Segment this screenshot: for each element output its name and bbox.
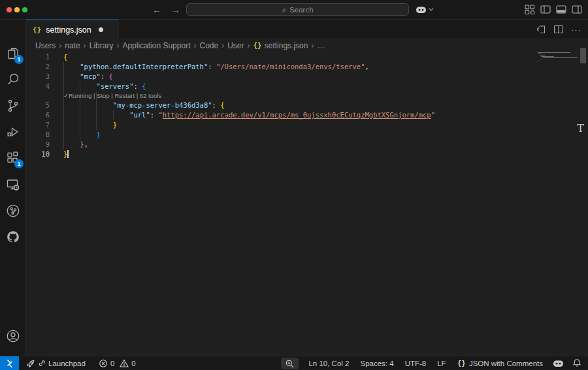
- breadcrumb-item[interactable]: Library: [90, 41, 114, 50]
- codelens-link[interactable]: Stop: [97, 92, 110, 99]
- code-editor[interactable]: 1{2 "python.defaultInterpreterPath": "/U…: [26, 51, 588, 356]
- tab-settings-json[interactable]: {} settings.json: [26, 20, 119, 39]
- minimap-line: [541, 56, 553, 57]
- line-number[interactable]: 7: [26, 120, 50, 130]
- line-number[interactable]: [26, 91, 50, 100]
- breadcrumb-item[interactable]: User: [227, 41, 244, 50]
- code-line-content: "servers": {: [50, 82, 146, 91]
- line-number[interactable]: 8: [26, 130, 50, 140]
- code-line[interactable]: 4 "servers": {: [26, 82, 588, 91]
- zoom-status-item[interactable]: [281, 358, 299, 369]
- codelens-row[interactable]: ✓Running | Stop | Restart | 62 tools: [26, 91, 588, 100]
- modified-indicator[interactable]: [99, 27, 103, 32]
- extensions-icon[interactable]: 1: [5, 150, 21, 166]
- source-control-icon[interactable]: [5, 98, 21, 114]
- status-bar: Launchpad 0 0 Ln 10, Col 2 Spaces: 4: [0, 356, 588, 370]
- code-token: [63, 111, 129, 119]
- breadcrumb-item[interactable]: Application Support: [122, 41, 190, 50]
- remote-icon: [5, 358, 15, 369]
- git-graph-icon[interactable]: [5, 203, 21, 219]
- indentation-status[interactable]: Spaces: 4: [359, 360, 395, 367]
- code-line[interactable]: 3 "mcp": {: [26, 72, 588, 82]
- language-mode-status[interactable]: {} JSON with Comments: [456, 359, 544, 367]
- warning-count: 0: [131, 360, 135, 367]
- scrollbar-slider[interactable]: [580, 48, 586, 63]
- minimap-line: [540, 60, 540, 61]
- eol-status[interactable]: LF: [436, 360, 447, 367]
- close-window-button[interactable]: [7, 7, 12, 12]
- code-token: {: [142, 82, 146, 90]
- code-line[interactable]: 9 },: [26, 140, 588, 149]
- command-center-search[interactable]: ⌕ Search: [186, 3, 409, 16]
- tab-label: settings.json: [46, 25, 91, 35]
- codelens-link[interactable]: 62 tools: [140, 92, 161, 99]
- code-token: :: [212, 101, 221, 109]
- explorer-icon[interactable]: 1: [5, 46, 21, 61]
- code-token: [63, 82, 97, 90]
- code-line[interactable]: 8 }: [26, 130, 588, 140]
- code-token: }: [113, 121, 117, 129]
- code-line-content: "python.defaultInterpreterPath": "/Users…: [50, 62, 369, 72]
- code-line-content: },: [50, 140, 88, 149]
- url-link[interactable]: https://api.arcade.dev/v1/mcps/ms_0ujssx…: [163, 111, 431, 119]
- code-line[interactable]: 10}: [26, 149, 588, 159]
- breadcrumb-item[interactable]: nate: [65, 41, 80, 50]
- minimap-line: [536, 63, 536, 63]
- code-line-content: {: [50, 52, 67, 62]
- minimap-line: [541, 59, 542, 59]
- toggle-primary-sidebar-icon[interactable]: [540, 5, 551, 14]
- line-number[interactable]: 9: [26, 140, 50, 149]
- toggle-secondary-sidebar-icon[interactable]: [572, 5, 582, 14]
- cursor-position-status[interactable]: Ln 10, Col 2: [307, 360, 350, 367]
- code-token: "mcp": [80, 72, 101, 80]
- launchpad-status-item[interactable]: Launchpad: [24, 359, 87, 367]
- line-number[interactable]: 1: [26, 52, 50, 62]
- breadcrumb-item[interactable]: Users: [35, 41, 56, 50]
- accounts-icon[interactable]: [5, 328, 21, 344]
- code-token: ,: [84, 140, 88, 148]
- navigate-back-icon[interactable]: ←: [152, 5, 161, 15]
- customize-layout-icon[interactable]: [525, 5, 535, 14]
- minimize-window-button[interactable]: [14, 7, 20, 12]
- line-number[interactable]: 3: [26, 72, 50, 82]
- remote-indicator[interactable]: [0, 356, 19, 370]
- search-sidebar-icon[interactable]: [5, 72, 21, 87]
- toggle-panel-icon[interactable]: [556, 5, 566, 14]
- problems-status-item[interactable]: 0 0: [97, 359, 137, 368]
- more-actions-icon[interactable]: ···: [571, 25, 581, 35]
- line-number[interactable]: 6: [26, 110, 50, 120]
- breadcrumb-separator-icon: ›: [248, 41, 250, 50]
- braces-icon: {}: [457, 359, 466, 367]
- line-number[interactable]: 4: [26, 82, 50, 91]
- code-line[interactable]: 6 "url": "https://api.arcade.dev/v1/mcps…: [26, 110, 588, 120]
- chevron-down-icon: [429, 8, 434, 12]
- code-line[interactable]: 7 }: [26, 120, 588, 130]
- breadcrumb-overflow[interactable]: …: [317, 41, 325, 50]
- minimap-line: [538, 54, 542, 54]
- minimap[interactable]: [536, 51, 579, 64]
- line-number[interactable]: 2: [26, 62, 50, 72]
- copilot-menu-button[interactable]: [416, 5, 434, 14]
- code-line[interactable]: 2 "python.defaultInterpreterPath": "/Use…: [26, 62, 588, 72]
- rocket-icon: [25, 359, 35, 367]
- open-changes-icon[interactable]: [536, 24, 546, 35]
- code-line[interactable]: 1{: [26, 52, 588, 62]
- zoom-window-button[interactable]: [22, 7, 27, 12]
- notifications-bell-icon[interactable]: [572, 358, 581, 368]
- navigate-forward-icon[interactable]: →: [171, 5, 180, 15]
- line-number[interactable]: 10: [26, 149, 50, 159]
- codelens-link[interactable]: Restart: [114, 92, 135, 99]
- breadcrumb-item-file[interactable]: {}settings.json: [253, 41, 308, 50]
- copilot-status-icon[interactable]: [553, 359, 564, 368]
- remote-explorer-icon[interactable]: [5, 177, 21, 193]
- code-line[interactable]: 5 "my-mcp-server-b436d3a8": {: [26, 100, 588, 110]
- breadcrumb-item[interactable]: Code: [199, 41, 218, 50]
- text-cursor: [67, 150, 69, 158]
- encoding-status[interactable]: UTF-8: [404, 360, 428, 367]
- github-icon[interactable]: [5, 229, 21, 245]
- run-debug-icon[interactable]: [5, 124, 21, 140]
- split-editor-icon[interactable]: [553, 24, 564, 35]
- codelens-link[interactable]: Running: [69, 92, 91, 99]
- line-number[interactable]: 5: [26, 100, 50, 110]
- codelens-separator: |: [135, 92, 140, 99]
